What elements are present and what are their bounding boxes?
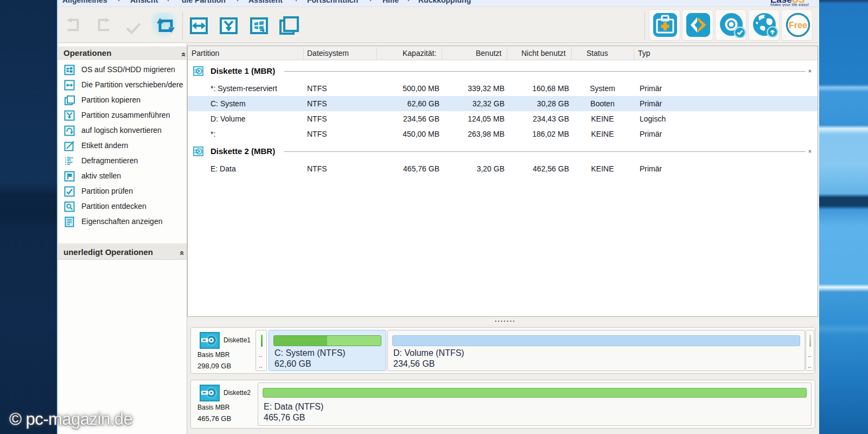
svg-text:Free: Free bbox=[789, 21, 807, 30]
